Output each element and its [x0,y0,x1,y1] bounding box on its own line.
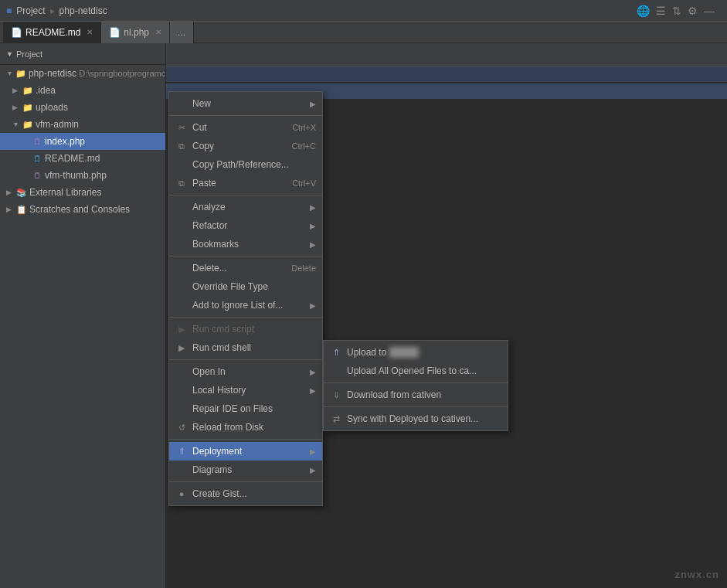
tab-label-2: nl.php [124,27,149,38]
tree-item-index[interactable]: 🗒 index.php [0,133,165,150]
toolbar-icons: 🌐 ☰ ⇅ ⚙ — [637,5,721,17]
menu-item-refactor[interactable]: Refactor ▶ [169,216,322,235]
tab-close-nl[interactable]: ✕ [155,28,161,36]
arrow-icon-idea: ▶ [12,87,20,94]
arrow-new: ▶ [310,100,316,108]
arrow-open-in: ▶ [310,368,316,376]
tab-close-readme[interactable]: ✕ [87,28,93,36]
menu-item-run-shell[interactable]: ▶ Run cmd shell [169,338,322,357]
tab-more[interactable]: ... [170,22,194,43]
menu-label-repair-ide: Repair IDE on Files [192,403,316,414]
deploy-item-sync[interactable]: ⇄ Sync with Deployed to cativen... [324,410,508,428]
tree-item-ext-libs[interactable]: ▶ 📚 External Libraries [0,184,165,201]
deploy-item-upload-to[interactable]: ⇑ Upload to cativen [324,343,508,362]
menu-label-run-script: Run cmd script [192,324,316,335]
deploy-sep-1 [324,382,508,383]
menu-item-diagrams[interactable]: Diagrams ▶ [169,461,322,479]
php-icon: 🗒 [32,137,42,146]
tree-item-idea[interactable]: ▶ 📁 .idea [0,82,165,99]
editor-highlight-1 [166,66,727,82]
shortcut-cut: Ctrl+X [292,123,316,132]
globe-icon[interactable]: 🌐 [637,5,650,17]
menu-item-deployment[interactable]: ⇑ Deployment ▶ [169,442,322,461]
tree-item-readme[interactable]: 🗒 README.md [0,150,165,167]
tree-item-vfm-admin[interactable]: ▼ 📁 vfm-admin [0,116,165,133]
chevron-down-icon: ▼ [6,50,13,58]
menu-label-copypath: Copy Path/Reference... [192,159,316,170]
sidebar: ▼ Project ▼ 📁 php-netdisc D:\springbootp… [0,43,166,588]
sep-7 [169,481,322,482]
project-header-label: Project [16,49,42,59]
tree-item-scratches[interactable]: ▶ 📋 Scratches and Consoles [0,201,165,218]
menu-label-paste: Paste [192,178,287,189]
deploy-label-download: Download from cativen [347,389,501,400]
menu-item-delete[interactable]: Delete... Delete [169,259,322,277]
top-bar: ■ Project ▸ php-netdisc 🌐 ☰ ⇅ ⚙ — [0,0,727,22]
md-icon: 🗒 [32,154,42,163]
menu-item-analyze[interactable]: Analyze ▶ [169,198,322,216]
minimize-icon[interactable]: — [704,5,715,17]
menu-item-new[interactable]: New ▶ [169,94,322,113]
tree-label-root: php-netdisc D:\springbootprogramcode\php… [29,68,166,79]
folder-idea-icon: 📁 [22,86,33,96]
menu-item-copypath[interactable]: Copy Path/Reference... [169,155,322,174]
sep-3 [169,256,322,257]
tree-label-readme: README.md [45,153,100,164]
tree-label-ext-libs: External Libraries [29,187,101,198]
deploy-label-upload-to: Upload to cativen [347,347,501,358]
menu-label-refactor: Refactor [192,220,305,231]
deploy-item-download[interactable]: ⇓ Download from cativen [324,386,508,404]
php-thumb-icon: 🗒 [32,171,42,180]
tab-readme[interactable]: 📄 README.md ✕ [3,22,101,43]
menu-item-cut[interactable]: ✂ Cut Ctrl+X [169,118,322,137]
libs-icon: 📚 [16,188,27,198]
menu-item-reload[interactable]: ↺ Reload from Disk [169,418,322,437]
list-icon[interactable]: ☰ [656,5,666,17]
tree-item-uploads[interactable]: ▶ 📁 uploads [0,99,165,116]
menu-label-ignore: Add to Ignore List of... [192,300,305,311]
shortcut-copy: Ctrl+C [292,141,316,151]
tree-item-root[interactable]: ▼ 📁 php-netdisc D:\springbootprogramcode… [0,65,165,82]
paste-icon: ⧉ [175,178,188,189]
arrow-icon-vfm: ▼ [12,121,20,128]
tab-icon-2: 📄 [109,27,121,38]
arrow-diagrams: ▶ [310,466,316,474]
blurred-server-name: cativen [389,347,419,358]
menu-item-run-script: ▶ Run cmd script [169,320,322,338]
menu-item-ignore[interactable]: Add to Ignore List of... ▶ [169,296,322,314]
menu-item-override[interactable]: Override File Type [169,277,322,296]
deployment-submenu: ⇑ Upload to cativen Upload All Opened Fi… [323,340,508,431]
menu-label-open-in: Open In [192,366,305,377]
tree-label-vfmthumb: vfm-thumb.php [45,170,107,181]
menu-item-repair-ide[interactable]: Repair IDE on Files [169,399,322,418]
arrow-ignore: ▶ [310,301,316,310]
menu-label-cut: Cut [192,122,287,133]
menu-label-local-history: Local History [192,385,305,396]
menu-item-create-gist[interactable]: ● Create Gist... [169,484,322,503]
menu-item-copy[interactable]: ⧉ Copy Ctrl+C [169,137,322,155]
main-layout: ▼ Project ▼ 📁 php-netdisc D:\springbootp… [0,43,727,588]
context-menu: New ▶ ✂ Cut Ctrl+X ⧉ Copy Ctrl+C Copy Pa… [168,91,323,506]
arrow-local-history: ▶ [310,386,316,395]
deploy-item-upload-all[interactable]: Upload All Opened Files to ca... [324,362,508,380]
sidebar-header: ▼ Project [0,43,165,65]
gist-icon: ● [175,489,188,498]
project-separator: ▸ [50,5,55,16]
menu-item-local-history[interactable]: Local History ▶ [169,381,322,399]
arrow-icon: ▼ [6,70,13,77]
menu-item-open-in[interactable]: Open In ▶ [169,362,322,381]
tree-item-vfmthumb[interactable]: 🗒 vfm-thumb.php [0,167,165,184]
tab-label: README.md [25,27,80,38]
menu-label-reload: Reload from Disk [192,422,316,433]
project-label: Project [16,5,45,16]
tab-nlphp[interactable]: 📄 nl.php ✕ [101,22,170,43]
menu-label-analyze: Analyze [192,202,305,212]
menu-item-paste[interactable]: ⧉ Paste Ctrl+V [169,174,322,192]
deployment-icon: ⇑ [175,447,188,457]
menu-label-diagrams: Diagrams [192,464,305,475]
menu-item-bookmarks[interactable]: Bookmarks ▶ [169,235,322,253]
filter-icon[interactable]: ⇅ [672,5,681,17]
reload-icon: ↺ [175,423,188,433]
run-shell-icon: ▶ [175,343,188,353]
settings-icon[interactable]: ⚙ [688,5,698,17]
